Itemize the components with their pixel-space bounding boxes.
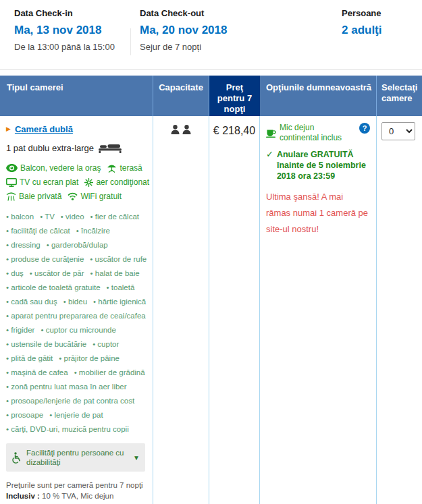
amenity-item: plită de gătit [6, 354, 53, 362]
amenity-item: cadă sau duş [6, 298, 57, 306]
amenity-item: uscător de rufe [90, 255, 147, 263]
exclusive-note: Exclusiv : taxă de oraş de 1.50 € per pe… [6, 501, 149, 504]
amenity-item: frigider [6, 326, 34, 334]
room-type-cell: ▶ Cameră dublă 1 pat dublu extra-large B… [0, 116, 153, 504]
amenity-item: garderobă/dulap [47, 241, 108, 249]
room-booking-table-page: Data Check-in Ma, 13 nov 2018 De la 13:0… [0, 0, 422, 504]
help-question-icon[interactable]: ? [359, 123, 370, 134]
amenity-item: maşină de cafea [6, 368, 68, 376]
breakfast-label: Mic dejun continental inclus [280, 123, 355, 143]
capacity-cell [153, 116, 209, 504]
amenity-item: produse de curăţenie [6, 255, 84, 263]
checkout-date: Ma, 20 nov 2018 [140, 24, 227, 37]
inclusive-note: Inclusiv : 10 % TVA, Mic dejun [6, 491, 149, 501]
persons-value: 2 adulţi [342, 24, 382, 37]
header-capacity: Capacitate [153, 76, 209, 116]
amenity-item: halat de baie [90, 269, 140, 277]
terrace-icon [107, 164, 117, 173]
amenity-item: mobilier de grădină [74, 368, 145, 376]
inclusive-value: 10 % TVA, Mic dejun [42, 492, 113, 500]
checkin-label: Data Check-in [14, 8, 115, 18]
room-name-link[interactable]: Cameră dublă [15, 124, 73, 134]
room-feature-label: aer condiţionat [96, 177, 149, 187]
amenity-item: ustensile de bucătărie [6, 340, 86, 348]
price-amount: € 218,40 [213, 125, 255, 136]
header-room-type: Tipul camerei [0, 76, 153, 116]
amenity-item: dressing [6, 241, 41, 249]
amenity-item: toaletă [107, 283, 135, 291]
amenity-item: prosoape [6, 411, 43, 419]
price-cell: € 218,40 [209, 116, 260, 504]
room-feature: Baie privată [6, 192, 61, 201]
wifi-icon [68, 192, 78, 200]
room-feature: WiFi gratuit [68, 192, 122, 201]
eye-icon [6, 164, 18, 172]
breakfast-option: Mic dejun continental inclus [266, 123, 371, 143]
select-rooms-cell: 0 [377, 116, 422, 504]
amenity-item: cărţi, DVD-uri, muzică pentru copii [6, 425, 129, 433]
summary-divider [130, 28, 131, 55]
room-feature: Balcon, vedere la oraş [6, 163, 101, 173]
amenity-item: cuptor cu microunde [41, 326, 115, 334]
amenity-item: fier de călcat [90, 213, 139, 221]
room-feature-label: Baie privată [19, 192, 61, 201]
header-select-rooms: Selectaţi camere [377, 76, 422, 116]
price-notes: Preţurile sunt per cameră pentru 7 nopţi… [6, 480, 149, 504]
room-quantity-select[interactable]: 0 [381, 122, 415, 140]
person-icon [171, 125, 180, 134]
amenity-item: video [61, 213, 84, 221]
checkout-summary: Data Check-out Ma, 20 nov 2018 Sejur de … [140, 8, 227, 52]
wheelchair-icon [11, 452, 22, 464]
checkout-label: Data Check-out [140, 8, 227, 18]
stay-length-note: Sejur de 7 nopți [140, 42, 227, 52]
amenity-item: prosoape/lenjerie de pat contra cost [6, 397, 134, 405]
inclusive-label: Inclusiv : [6, 492, 40, 500]
room-expand-icon: ▶ [6, 126, 11, 132]
amenity-item: facilităţi de călcat [6, 227, 70, 235]
accessibility-facilities-label: Facilităţi pentru persoane cu dizabilită… [26, 448, 126, 467]
room-feature-label: TV cu ecran plat [20, 177, 78, 187]
room-name-row: ▶ Cameră dublă [6, 124, 147, 134]
amenity-item: lenjerie de pat [49, 411, 103, 419]
amenity-item: aparat pentru prepararea de ceai/cafea [6, 312, 146, 320]
room-feature-label: terasă [120, 163, 142, 173]
top-divider-line [0, 69, 422, 70]
room-amenities: balconTVvideofier de călcatfacilităţi de… [6, 213, 149, 433]
amenity-item: duş [6, 269, 24, 277]
check-icon: ✓ [266, 149, 273, 181]
checkin-time-note: De la 13:00 până la 15:00 [14, 42, 115, 52]
capacity-icons [171, 125, 191, 134]
room-feature: aer condiţionat [84, 177, 149, 187]
persons-label: Persoane [342, 8, 382, 18]
urgency-message: Ultima şansă! A mai rămas numai 1 cameră… [266, 189, 369, 237]
room-feature: TV cu ecran plat [6, 177, 78, 187]
breakfast-cup-icon [266, 123, 276, 143]
free-cancellation-option: ✓ Anulare GRATUITĂ înainte de 5 noiembri… [266, 149, 371, 181]
amenity-item: cuptor [93, 340, 119, 348]
persons-summary: Persoane 2 adulţi [342, 8, 382, 37]
header-options: Opţiunile dumneavoastră [260, 76, 377, 116]
bed-icon [99, 143, 122, 153]
amenity-item: încălzire [76, 227, 110, 235]
amenity-item: articole de toaletă gratuite [6, 283, 101, 291]
room-features: Balcon, vedere la oraşterasăTV cu ecran … [6, 163, 151, 201]
shower-icon [6, 192, 16, 201]
room-feature: terasă [107, 163, 142, 173]
amenity-item: zonă pentru luat masa în aer liber [6, 383, 127, 391]
checkin-date: Ma, 13 nov 2018 [14, 24, 115, 37]
accessibility-facilities-toggle[interactable]: Facilităţi pentru persoane cu dizabilită… [6, 443, 145, 472]
header-price: Preţ pentru 7 nopţi [209, 76, 260, 116]
price-scope-note: Preţurile sunt per cameră pentru 7 nopţi [6, 480, 149, 491]
room-feature-label: Balcon, vedere la oraş [20, 163, 101, 173]
tv-icon [6, 178, 17, 187]
bed-info-row: 1 pat dublu extra-large [6, 143, 147, 153]
amenity-item: prăjitor de pâine [59, 354, 120, 362]
amenity-item: TV [40, 213, 55, 221]
room-feature-label: WiFi gratuit [80, 192, 122, 201]
bed-description: 1 pat dublu extra-large [6, 143, 94, 153]
snowflake-icon [84, 178, 93, 187]
person-icon [182, 125, 191, 134]
checkin-summary: Data Check-in Ma, 13 nov 2018 De la 13:0… [14, 8, 115, 52]
cancellation-label: Anulare GRATUITĂ înainte de 5 noiembrie … [277, 149, 370, 181]
amenity-item: uscător de păr [30, 269, 84, 277]
